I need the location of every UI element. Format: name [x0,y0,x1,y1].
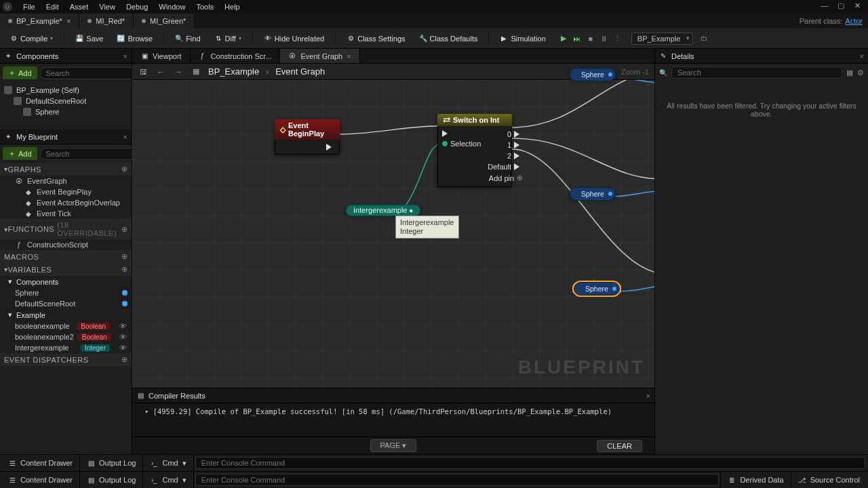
class-defaults-button[interactable]: 🔧Class Defaults [414,33,484,45]
clear-button[interactable]: CLEAR [597,440,642,452]
add-icon[interactable]: ⊕ [121,252,128,261]
variable-intergerexample[interactable]: IntergerexampleInteger👁 [0,342,132,353]
node-switch-on-int[interactable]: ⮂Switch on Int Selection 0 1 2 Default A… [437,114,512,187]
stop-icon[interactable]: ■ [585,33,596,44]
save-button[interactable]: 💾Save [70,33,108,45]
content-drawer-button[interactable]: ☰Content Drawer [1,455,80,471]
close-icon[interactable]: × [123,133,127,141]
file-tab-bp-example[interactable]: BP_Example* × [0,14,79,28]
simulation-button[interactable]: ▶Simulation [494,33,551,45]
menu-edit[interactable]: Edit [41,3,64,11]
diff-button[interactable]: ⇅Diff▾ [209,33,247,45]
add-icon[interactable]: ⊕ [121,165,128,174]
exec-in-pin[interactable] [442,130,451,137]
console-command-input-2[interactable] [195,474,719,486]
file-tab-mi-green[interactable]: MI_Green* [134,14,195,28]
node-sphere-ref-1[interactable]: Sphere [570,70,616,79]
derived-data-button[interactable]: ≣Derived Data [720,472,790,488]
event-beginplay-link[interactable]: ◆Event BeginPlay [0,186,132,197]
exec-out-pin[interactable] [514,131,523,138]
compile-button[interactable]: ⚙Compile▾ [4,33,58,45]
gear-icon[interactable]: ⚙ [857,68,864,77]
add-new-button[interactable]: ＋ Add [3,147,37,160]
add-component-button[interactable]: ＋ Add [3,66,37,79]
source-control-button[interactable]: ⎇Source Control [791,472,867,488]
node-event-beginplay[interactable]: ◇Event BeginPlay [275,119,340,155]
eye-icon[interactable]: 👁 [118,322,127,330]
menu-view[interactable]: View [94,3,121,11]
details-search-input[interactable] [671,66,842,79]
close-icon[interactable]: × [860,52,864,60]
category-macros[interactable]: MACROS⊕ [0,250,132,263]
console-command-input[interactable] [195,457,865,469]
folder-icon[interactable]: 🗀 [700,35,708,43]
menu-file[interactable]: File [18,3,41,11]
file-tab-mi-red[interactable]: MI_Red* [79,14,134,28]
pause-icon[interactable]: ⏸ [599,33,610,44]
components-search-input[interactable] [40,67,146,79]
tab-event-graph[interactable]: ⦿Event Graph× [280,49,359,63]
exec-out-pin[interactable] [514,142,523,148]
hide-unrelated-button[interactable]: 👁Hide Unrelated [258,33,330,45]
grid-icon[interactable]: ▦ [846,68,853,77]
menu-window[interactable]: Window [153,3,191,11]
close-icon[interactable]: × [123,52,127,60]
tab-viewport[interactable]: ▣Viewport [132,49,191,63]
category-functions[interactable]: ▾ FUNCTIONS (18 OVERRIDABLE)⊕ [0,219,132,239]
component-sphere[interactable]: Sphere [1,106,130,117]
save-icon[interactable]: 🖫 [138,66,149,77]
window-minimize-icon[interactable]: — [819,1,830,12]
graph-canvas[interactable]: ◇Event BeginPlay ⮂Switch on Int Selectio… [132,80,654,388]
exec-out-pin[interactable] [514,163,523,170]
breadcrumb-leaf[interactable]: Event Graph [275,66,325,77]
function-construction-script[interactable]: ƒConstructionScript [0,239,132,250]
close-icon[interactable]: × [347,52,351,60]
component-scene-root[interactable]: DefaultSceneRoot [1,96,130,106]
output-log-button[interactable]: ▤Output Log [80,455,143,471]
variable-booleanexample2[interactable]: booleanexample2Boolean👁 [0,331,132,342]
play-icon[interactable]: ▶ [558,33,569,44]
menu-help[interactable]: Help [219,3,245,11]
node-integer-variable[interactable]: Intergerexample ● [346,206,420,214]
cmd-dropdown-2[interactable]: ›_Cmd ▾ [143,472,193,488]
find-button[interactable]: 🔍Find [170,33,205,45]
exec-out-pin[interactable] [326,144,335,150]
variable-booleanexample[interactable]: booleanexampleBoolean👁 [0,321,132,331]
node-sphere-ref-3[interactable]: Sphere [574,285,620,293]
components-panel-header[interactable]: ✦ Components × [0,49,132,64]
grid-icon[interactable]: ▦ [191,66,201,77]
menu-asset[interactable]: Asset [64,3,94,11]
add-icon[interactable]: ⊕ [121,265,128,274]
exec-out-pin[interactable] [514,152,523,159]
category-event-dispatchers[interactable]: EVENT DISPATCHERS⊕ [0,353,132,366]
close-icon[interactable]: × [66,17,71,25]
category-graphs[interactable]: ▾ GRAPHS⊕ [0,163,132,176]
add-icon[interactable]: ⊕ [121,225,128,234]
eye-icon[interactable]: 👁 [118,344,127,352]
menu-debug[interactable]: Debug [121,3,153,11]
debug-object-dropdown[interactable]: BP_Example [631,33,694,45]
parent-class-link[interactable]: Actor [845,17,863,25]
eye-icon[interactable]: 👁 [119,333,127,341]
close-icon[interactable]: × [646,392,650,400]
breadcrumb-root[interactable]: BP_Example [208,66,259,77]
forward-icon[interactable]: → [173,66,184,77]
component-self[interactable]: BP_Example (Self) [1,85,130,96]
var-group-example[interactable]: ▾ Example [0,309,132,321]
step-icon[interactable]: ⏭ [572,33,583,44]
add-icon[interactable]: ⊕ [121,355,128,364]
page-dropdown[interactable]: PAGE ▾ [370,439,417,452]
variable-sphere[interactable]: Sphere [0,287,132,298]
cmd-dropdown[interactable]: ›_Cmd ▾ [143,455,193,471]
graph-eventgraph[interactable]: ⦿EventGraph [0,176,132,186]
output-log-button-2[interactable]: ▤Output Log [80,472,143,488]
back-icon[interactable]: ← [155,66,166,77]
event-overlap-link[interactable]: ◆Event ActorBeginOverlap [0,197,132,208]
variable-default-scene-root[interactable]: DefaultSceneRoot [0,298,132,309]
more-icon[interactable]: ⋮ [612,33,623,44]
category-variables[interactable]: ▾ VARIABLES⊕ [0,263,132,276]
class-settings-button[interactable]: ⚙Class Settings [341,33,410,45]
details-panel-header[interactable]: ✎ Details × [655,49,868,64]
menu-tools[interactable]: Tools [191,3,219,11]
add-pin-icon[interactable]: ⊕ [517,174,523,182]
